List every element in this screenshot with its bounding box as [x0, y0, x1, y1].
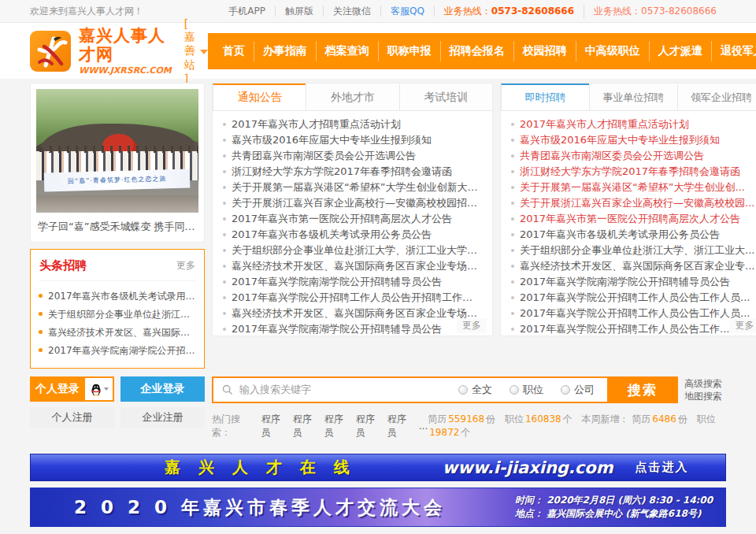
topbar-link[interactable]: 客服QQ	[381, 6, 435, 17]
topbar-link[interactable]: 手机APP	[219, 6, 276, 17]
site-logo-icon[interactable]	[30, 31, 71, 72]
headline-item[interactable]: 2017年嘉兴学院南湖学院公开招聘辅...	[39, 342, 196, 360]
recruit-item[interactable]: 2017年嘉兴学院南湖学院公开招聘辅导员公告	[511, 274, 754, 290]
topbar-link[interactable]: 关注微信	[324, 6, 381, 17]
carousel-caption[interactable]: 学子回“嘉”感受禾城蝶变 携手同 “...	[36, 213, 198, 236]
recruit-item[interactable]: 浙江财经大学东方学院2017年春季招聘会邀请函	[511, 164, 754, 180]
map-search-link[interactable]: 地图搜索	[680, 390, 726, 402]
hot-keyword[interactable]: 程序员	[356, 413, 380, 439]
notice-item[interactable]: 嘉兴市级2016年应届大中专毕业生报到须知	[223, 132, 482, 148]
company-register-button[interactable]: 企业注册	[120, 407, 205, 428]
carousel-box: 回“嘉”·青春筑梦·红色之恋之旅 学子回“嘉”感受禾城蝶变 携手同 “...	[30, 83, 205, 243]
personal-login-button[interactable]: 个人登录	[30, 376, 85, 402]
jiaxing-talent-online-banner[interactable]: 嘉 兴 人 才 在 线 www.i-jiaxing.com 点击进入	[30, 454, 726, 481]
notice-item[interactable]: 共青团嘉兴市南湖区委员会公开选调公告	[223, 148, 482, 164]
recruit-item[interactable]: 关于开展浙江嘉兴百家企业高校行—安徽高校校园...	[511, 195, 754, 211]
notice-item[interactable]: 2017年嘉兴市各级机关考试录用公务员公告	[223, 227, 482, 243]
nav-item[interactable]: 招聘会报名	[440, 41, 513, 61]
main-nav: 首页办事指南档案查询职称申报招聘会报名校园招聘中高级职位人才派遣退役军人招聘	[208, 33, 756, 69]
scope-radio[interactable]: 全文	[458, 383, 492, 397]
notice-item[interactable]: 2017年嘉兴市人才招聘重点活动计划	[223, 117, 482, 132]
notice-item[interactable]: 2017年嘉兴学院南湖学院公开招聘辅导员公告	[223, 274, 482, 290]
topbar-link-group: 手机APP触屏版关注微信客服QQ	[219, 5, 435, 18]
scope-radio[interactable]: 职位	[510, 383, 543, 397]
recruit-item[interactable]: 2017年嘉兴学院公开招聘工作人员公告工作人员...	[511, 306, 754, 321]
site-logo-text[interactable]: 嘉兴人事人才网 WWW.JXRSRC.COM	[79, 26, 172, 76]
recruit-item[interactable]: 2017年嘉兴学院公开招聘工作人员公告工作...	[511, 321, 754, 337]
hot-keyword[interactable]: 程序员	[324, 413, 349, 439]
chevron-down-icon	[104, 388, 109, 391]
search-input[interactable]: 输入搜索关键字	[213, 378, 458, 402]
nav-item[interactable]: 中高级职位	[576, 41, 649, 61]
notice-tab[interactable]: 通知公告	[213, 83, 306, 110]
recruit-item[interactable]: 关于开展第一届嘉兴港区“希望杯”大学生创业创...	[511, 180, 754, 195]
advanced-search-link[interactable]: 高级搜索	[680, 377, 726, 390]
nav-item[interactable]: 人才派遣	[649, 41, 711, 61]
search-scope-radios: 全文职位公司	[458, 378, 607, 402]
headline-more-link[interactable]: 更多	[176, 259, 195, 273]
notice-more-link[interactable]: 更多	[457, 318, 487, 333]
recruit-item[interactable]: 2017年嘉兴市人才招聘重点活动计划	[511, 117, 754, 132]
recruit-item[interactable]: 嘉兴经济技术开发区、嘉兴国际商务区百家企业专...	[511, 258, 754, 274]
headline-item[interactable]: 嘉兴经济技术开发区、嘉兴国际商务...	[39, 324, 196, 342]
left-column: 回“嘉”·青春筑梦·红色之恋之旅 学子回“嘉”感受禾城蝶变 携手同 “... 头…	[30, 83, 205, 369]
recruit-item[interactable]: 嘉兴市级2016年应届大中专毕业生报到须知	[511, 132, 754, 148]
right-column: 即时招聘事业单位招聘领军企业招聘 2017年嘉兴市人才招聘重点活动计划嘉兴市级2…	[500, 83, 756, 336]
qq-login-dropdown[interactable]	[85, 376, 114, 402]
notice-item[interactable]: 2017年嘉兴市第一医院公开招聘高层次人才公告	[223, 211, 482, 227]
recruit-box: 即时招聘事业单位招聘领军企业招聘 2017年嘉兴市人才招聘重点活动计划嘉兴市级2…	[500, 83, 756, 336]
carousel-photo[interactable]: 回“嘉”·青春筑梦·红色之恋之旅	[36, 89, 198, 213]
hot-keyword[interactable]: 程序员	[387, 413, 412, 439]
hot-search-row: 热门搜索： 程序员程序员程序员程序员程序员... 简历559168份 职位160…	[212, 413, 726, 439]
recruit-tab[interactable]: 领军企业招聘	[677, 83, 756, 110]
notice-item[interactable]: 嘉兴经济技术开发区、嘉兴国际商务区百家企业专场招聘会公告	[223, 258, 482, 274]
hot-keyword[interactable]: 程序员	[293, 413, 317, 439]
notice-tab[interactable]: 外地才市	[306, 83, 398, 110]
photo-ground	[36, 195, 198, 213]
recruit-item[interactable]: 2017年嘉兴学院公开招聘工作人员公告工作人员...	[511, 290, 754, 306]
recruit-tab[interactable]: 即时招聘	[501, 83, 589, 110]
scope-radio[interactable]: 公司	[561, 383, 595, 397]
notice-item[interactable]: 2017年嘉兴学院公开招聘工作人员公告开招聘工作人员公告开...	[223, 290, 482, 306]
recruit-list: 2017年嘉兴市人才招聘重点活动计划嘉兴市级2016年应届大中专毕业生报到须知共…	[501, 111, 756, 337]
headline-item[interactable]: 关于组织部分企事业单位赴浙江大学...	[39, 306, 196, 324]
recruit-more-link[interactable]: 更多	[729, 318, 756, 333]
nav-item[interactable]: 校园招聘	[513, 41, 576, 61]
header: 嘉兴人事人才网 WWW.JXRSRC.COM [ 嘉善站 ] 首页办事指南档案查…	[0, 23, 756, 79]
notice-tabs: 通知公告外地才市考试培训	[213, 83, 492, 111]
recruit-item[interactable]: 2017年嘉兴市第一医院公开招聘高层次人才公告	[511, 211, 754, 227]
nav-item[interactable]: 档案查询	[316, 41, 378, 61]
search-button[interactable]: 搜索	[607, 376, 678, 403]
notice-item[interactable]: 关于开展第一届嘉兴港区“希望杯”大学生创业创新大赛的通知	[223, 180, 482, 195]
nav-item[interactable]: 首页	[214, 41, 254, 61]
banner2-time: 时间： 2020年2月8日 (周六) 8:30 - 14:00	[515, 494, 713, 507]
headline-item[interactable]: 2017年嘉兴市各级机关考试录用公务...	[39, 287, 196, 306]
topbar-link[interactable]: 触屏版	[276, 6, 324, 17]
notice-item[interactable]: 关于组织部分企事业单位赴浙江大学、浙江工业大学招聘人才的...	[223, 243, 482, 258]
notice-item[interactable]: 2017年嘉兴学院南湖学院公开招聘辅导员公告	[223, 321, 482, 337]
recruit-item[interactable]: 2017年嘉兴市各级机关考试录用公务员公告	[511, 227, 754, 243]
recruit-item[interactable]: 关于组织部分企事业单位赴浙江大学、浙江工业大...	[511, 243, 754, 258]
recruit-item[interactable]: 共青团嘉兴市南湖区委员会公开选调公告	[511, 148, 754, 164]
nav-item[interactable]: 退役军人招聘	[711, 41, 756, 61]
notice-item[interactable]: 关于开展浙江嘉兴百家企业高校行—安徽高校校园招聘活动的通...	[223, 195, 482, 211]
welcome-text: 欢迎来到嘉兴人事人才网！	[30, 5, 143, 18]
hot-keyword[interactable]: ...	[419, 421, 428, 432]
banner1-cta: 点击进入	[636, 460, 689, 475]
nav-item[interactable]: 办事指南	[254, 41, 316, 61]
spring-job-fair-banner[interactable]: 2 0 2 0 年嘉兴市春季人才交流大会 时间： 2020年2月8日 (周六) …	[30, 488, 726, 527]
personal-register-button[interactable]: 个人注册	[30, 407, 114, 428]
search-icon	[222, 384, 233, 395]
site-url: WWW.JXRSRC.COM	[79, 65, 172, 76]
station-selector[interactable]: [ 嘉善站 ]	[184, 17, 208, 85]
notice-item[interactable]: 嘉兴经济技术开发区、嘉兴国际商务区百家企业专场招聘会公告	[223, 306, 482, 321]
recruit-tab[interactable]: 事业单位招聘	[589, 83, 677, 110]
nav-item[interactable]: 职称申报	[378, 41, 440, 61]
notice-tab[interactable]: 考试培训	[399, 83, 492, 110]
station-label: [ 嘉善站 ]	[184, 17, 195, 85]
company-login-button[interactable]: 企业登录	[120, 376, 205, 402]
notice-item[interactable]: 浙江财经大学东方学院2017年春季招聘会邀请函	[223, 164, 482, 180]
notice-list: 2017年嘉兴市人才招聘重点活动计划嘉兴市级2016年应届大中专毕业生报到须知共…	[213, 111, 492, 337]
hot-keyword[interactable]: 程序员	[261, 413, 286, 439]
photo-banner: 回“嘉”·青春筑梦·红色之恋之旅	[44, 169, 191, 191]
